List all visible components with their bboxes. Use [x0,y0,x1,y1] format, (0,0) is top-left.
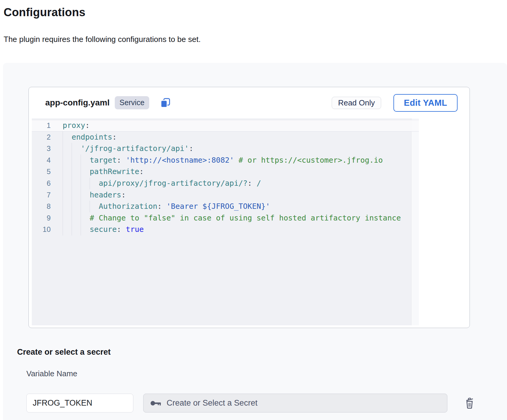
code-line-content: target: 'http://<hostname>:8082' # or ht… [63,155,383,166]
line-number: 3 [32,143,63,155]
file-name: app-config.yaml [45,98,110,108]
code-line-1[interactable]: 1proxy: [32,120,419,132]
page-title: Configurations [4,6,85,19]
code-lines: 1proxy:2 endpoints:3 '/jfrog-artifactory… [32,118,419,235]
read-only-button[interactable]: Read Only [332,97,381,109]
secret-section-heading: Create or select a secret [17,348,111,357]
line-number: 5 [32,166,63,178]
code-line-8[interactable]: 8 Authorization: 'Bearer ${JFROG_TOKEN}' [32,201,419,212]
code-line-7[interactable]: 7 headers: [32,189,419,201]
indent-guide [72,189,81,201]
code-line-content: # Change to "false" in case of using sel… [63,212,401,224]
indent-guide [72,212,81,224]
service-badge: Service [115,96,149,109]
indent-guide [63,212,72,224]
code-line-content: api/proxy/jfrog-artifactory/api/?: / [63,178,261,189]
code-line-5[interactable]: 5 pathRewrite: [32,166,419,178]
code-line-2[interactable]: 2 endpoints: [32,132,419,143]
delete-secret-button[interactable] [463,395,476,410]
indent-guide [81,178,90,189]
page-subtitle: The plugin requires the following config… [4,35,201,44]
trash-icon [464,395,476,409]
line-number: 9 [32,212,63,224]
indent-guide [72,143,81,155]
indent-guide [72,166,81,178]
copy-icon-glyph [160,97,171,108]
yaml-editor[interactable]: 1proxy:2 endpoints:3 '/jfrog-artifactory… [32,118,419,325]
indent-guide [72,224,81,235]
indent-guide [63,201,72,212]
line-number: 1 [32,120,63,131]
key-icon [150,400,162,407]
code-line-content: secure: true [63,224,144,235]
indent-guide [72,201,81,212]
key-icon-glyph [150,400,162,407]
code-line-content: '/jfrog-artifactory/api': [63,143,193,155]
code-line-4[interactable]: 4 target: 'http://<hostname>:8082' # or … [32,155,419,166]
line-number: 10 [32,224,63,235]
line-number: 7 [32,189,63,201]
indent-guide [90,178,99,189]
code-line-content: pathRewrite: [63,166,144,178]
indent-guide [63,189,72,201]
line-number: 4 [32,155,63,166]
indent-guide [81,155,90,166]
indent-guide [63,166,72,178]
indent-guide [63,132,72,143]
yaml-config-card: app-config.yaml Service Read Only Edit Y… [28,87,470,328]
secret-select-field[interactable]: Create or Select a Secret [143,394,447,413]
code-line-6[interactable]: 6 api/proxy/jfrog-artifactory/api/?: / [32,178,419,189]
indent-guide [81,189,90,201]
code-line-content: proxy: [63,120,90,131]
secret-select-placeholder: Create or Select a Secret [167,398,257,408]
indent-guide [72,155,81,166]
code-line-10[interactable]: 10 secure: true [32,224,419,235]
code-line-content: headers: [63,189,126,201]
variable-name-label: Variable Name [26,369,77,378]
indent-guide [63,224,72,235]
indent-guide [63,155,72,166]
indent-guide [63,178,72,189]
indent-guide [81,201,90,212]
edit-yaml-button[interactable]: Edit YAML [393,94,458,112]
indent-guide [81,212,90,224]
code-line-3[interactable]: 3 '/jfrog-artifactory/api': [32,143,419,155]
code-line-content: endpoints: [63,132,117,143]
indent-guide [81,224,90,235]
indent-guide [81,166,90,178]
line-number: 6 [32,178,63,189]
code-line-9[interactable]: 9 # Change to "false" in case of using s… [32,212,419,224]
yaml-card-header: app-config.yaml Service Read Only Edit Y… [29,87,470,118]
copy-icon[interactable] [160,97,171,108]
line-number: 8 [32,201,63,212]
variable-name-input[interactable] [26,394,133,413]
indent-guide [72,178,81,189]
code-line-content: Authorization: 'Bearer ${JFROG_TOKEN}' [63,201,270,212]
indent-guide [63,143,72,155]
indent-guide [90,201,99,212]
line-number: 2 [32,132,63,143]
config-panel: app-config.yaml Service Read Only Edit Y… [3,63,507,420]
